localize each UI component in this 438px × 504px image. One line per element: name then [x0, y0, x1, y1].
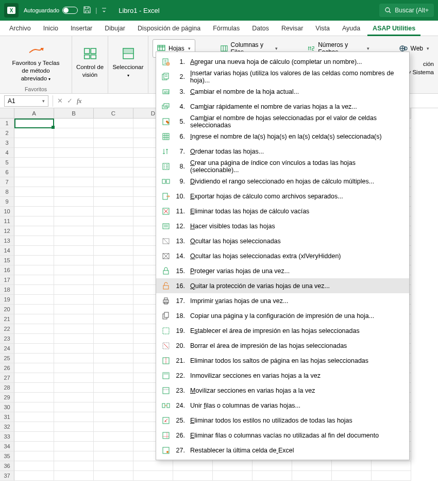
cell[interactable]	[54, 285, 94, 295]
cell[interactable]	[54, 207, 94, 216]
cell[interactable]	[14, 373, 54, 383]
cell[interactable]	[94, 207, 133, 216]
cell[interactable]	[14, 354, 54, 363]
menu-item-6[interactable]: 6.Ingrese el nombre de la(s) hoja(s) en …	[156, 129, 409, 144]
cell[interactable]	[94, 216, 133, 226]
menu-item-18[interactable]: 18.Copiar una página y la configuración …	[156, 308, 409, 323]
cell[interactable]	[14, 422, 54, 432]
row-header[interactable]: 20	[0, 305, 14, 314]
cell[interactable]	[54, 383, 94, 393]
menu-item-1[interactable]: 1.Agregar una nueva hoja de cálculo (com…	[156, 54, 409, 69]
cell[interactable]	[54, 138, 94, 148]
cell[interactable]	[14, 412, 54, 422]
menu-item-13[interactable]: 13.Ocultar las hojas seleccionadas	[156, 233, 409, 248]
cell[interactable]	[14, 461, 54, 471]
cell[interactable]	[54, 148, 94, 158]
cell[interactable]	[94, 285, 133, 295]
cell[interactable]	[14, 119, 54, 128]
cell[interactable]	[94, 402, 133, 412]
row-header[interactable]: 24	[0, 344, 14, 354]
cell[interactable]	[94, 393, 133, 402]
cell[interactable]	[372, 471, 411, 481]
cell[interactable]	[94, 324, 133, 334]
cell[interactable]	[94, 197, 133, 207]
column-header[interactable]: A	[14, 108, 54, 119]
cell[interactable]	[54, 305, 94, 314]
cell[interactable]	[94, 461, 133, 471]
menu-item-19[interactable]: 19.Establecer el área de impresión en la…	[156, 323, 409, 338]
row-header[interactable]: 8	[0, 187, 14, 197]
tab-datos[interactable]: Datos	[247, 21, 274, 36]
row-header[interactable]: 22	[0, 324, 14, 334]
cell[interactable]	[14, 402, 54, 412]
cell[interactable]	[54, 295, 94, 305]
cell[interactable]	[14, 393, 54, 402]
qat-customize-icon[interactable]	[101, 7, 107, 14]
row-header[interactable]: 18	[0, 285, 14, 295]
row-header[interactable]: 14	[0, 246, 14, 256]
cell[interactable]	[94, 451, 133, 461]
cell[interactable]	[54, 451, 94, 461]
cell[interactable]	[213, 461, 252, 471]
cell[interactable]	[14, 305, 54, 314]
row-header[interactable]: 37	[0, 471, 14, 481]
cell[interactable]	[94, 305, 133, 314]
enter-icon[interactable]: ✓	[67, 97, 73, 105]
cell[interactable]	[54, 324, 94, 334]
column-header[interactable]: B	[54, 108, 94, 119]
row-header[interactable]: 6	[0, 167, 14, 177]
cell[interactable]	[133, 471, 173, 481]
cell[interactable]	[54, 119, 94, 128]
cell[interactable]	[54, 402, 94, 412]
cell[interactable]	[94, 119, 133, 128]
cell[interactable]	[14, 256, 54, 265]
cell[interactable]	[54, 442, 94, 451]
cell[interactable]	[54, 334, 94, 344]
row-header[interactable]: 10	[0, 207, 14, 216]
cell[interactable]	[54, 226, 94, 236]
row-header[interactable]: 25	[0, 354, 14, 363]
cell[interactable]	[94, 226, 133, 236]
cell[interactable]	[54, 246, 94, 256]
cell[interactable]	[94, 334, 133, 344]
menu-item-11[interactable]: 11.Eliminar todas las hojas de cálculo v…	[156, 204, 409, 219]
cell[interactable]	[54, 314, 94, 324]
menu-item-27[interactable]: 27.Restablecer la última celda de Excel	[156, 443, 409, 458]
cell[interactable]	[94, 432, 133, 442]
menu-item-24[interactable]: 24.Unir filas o columnas de varias hojas…	[156, 398, 409, 413]
cell[interactable]	[14, 128, 54, 138]
tab-vista[interactable]: Vista	[310, 21, 335, 36]
cell[interactable]	[14, 295, 54, 305]
cell[interactable]	[94, 314, 133, 324]
row-header[interactable]: 1	[0, 119, 14, 128]
cell[interactable]	[54, 373, 94, 383]
cell[interactable]	[14, 226, 54, 236]
cell[interactable]	[54, 412, 94, 422]
cell[interactable]	[14, 148, 54, 158]
cell[interactable]	[94, 187, 133, 197]
cell[interactable]	[173, 471, 213, 481]
row-header[interactable]: 2	[0, 128, 14, 138]
cell[interactable]	[54, 216, 94, 226]
cell[interactable]	[94, 275, 133, 285]
cell[interactable]	[54, 275, 94, 285]
save-icon[interactable]	[83, 6, 91, 15]
cell[interactable]	[94, 246, 133, 256]
cell[interactable]	[54, 354, 94, 363]
row-header[interactable]: 15	[0, 256, 14, 265]
row-header[interactable]: 23	[0, 334, 14, 344]
fx-icon[interactable]: fx	[77, 97, 81, 105]
tab-ayuda[interactable]: Ayuda	[337, 21, 365, 36]
tab-fórmulas[interactable]: Fórmulas	[208, 21, 245, 36]
tab-disposición-de-página[interactable]: Disposición de página	[132, 21, 206, 36]
cell[interactable]	[54, 461, 94, 471]
cell[interactable]	[14, 451, 54, 461]
row-header[interactable]: 29	[0, 393, 14, 402]
cell[interactable]	[292, 461, 332, 471]
cell[interactable]	[372, 461, 411, 471]
cell[interactable]	[14, 324, 54, 334]
cell[interactable]	[94, 256, 133, 265]
row-header[interactable]: 17	[0, 275, 14, 285]
menu-item-22[interactable]: 22.Inmovilizar secciones en varias hojas…	[156, 368, 409, 383]
row-header[interactable]: 12	[0, 226, 14, 236]
